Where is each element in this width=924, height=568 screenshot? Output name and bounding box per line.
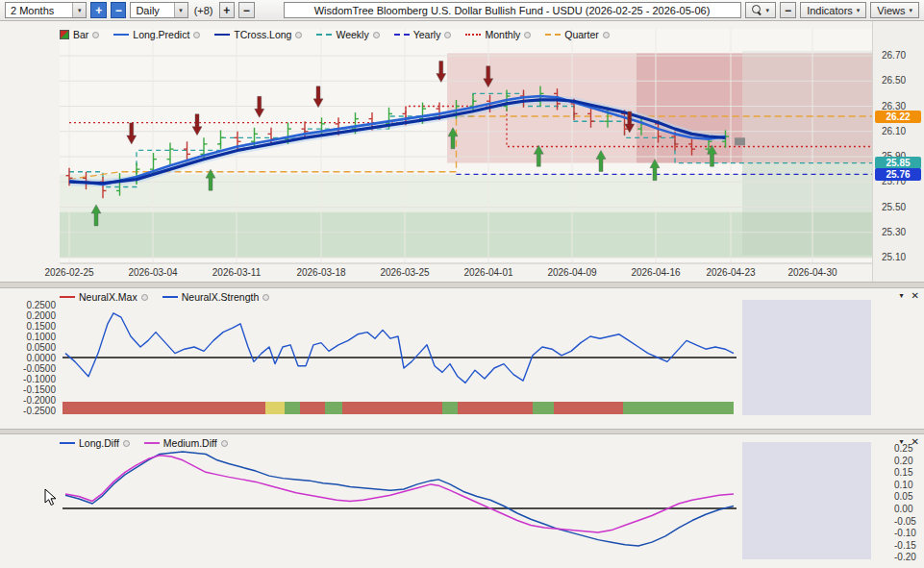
price-tick-label: 26.10: [882, 126, 906, 136]
info-dot: [444, 32, 451, 38]
search-icon: [752, 5, 762, 15]
neuralx-max-strip: [533, 402, 554, 414]
diff-legend: Long.DiffMedium.Diff: [60, 437, 228, 449]
legend-main-label-long-predict: Long.Predict: [133, 29, 189, 40]
diff-tick-label: 0.00: [894, 504, 924, 514]
info-dot: [141, 294, 148, 301]
chevron-down-icon: ▾: [174, 3, 187, 17]
price-axis: 26.7026.5026.3026.1025.9025.7025.5025.30…: [872, 21, 924, 282]
diff-panel-controls: ▾ ✕: [900, 436, 919, 447]
chevron-down-icon: ▾: [910, 7, 913, 14]
neuralx-max-strip: [623, 402, 734, 414]
date-axis: 2026-02-252026-03-042026-03-112026-03-18…: [0, 267, 873, 281]
diff-tick-label: 0.20: [894, 456, 924, 466]
search-button[interactable]: ▾: [745, 2, 777, 18]
legend-main-item-quarter[interactable]: Quarter: [545, 29, 610, 40]
weekly-line-icon: [316, 34, 332, 36]
neuralx-max-strip: [342, 402, 442, 414]
toolbar: 2 Months ▾ + − Daily ▾ (+8) + − WisdomTr…: [0, 0, 924, 21]
date-tick-label: 2026-03-25: [380, 267, 429, 278]
diff-tick-label: 0.15: [894, 467, 924, 478]
neuralx-max-strip: [458, 402, 533, 414]
views-label: Views: [877, 5, 905, 16]
legend-main-item-tcross-long[interactable]: TCross.Long: [214, 29, 302, 40]
legend-main-item-weekly[interactable]: Weekly: [316, 29, 379, 40]
diff-tick-label: -0.10: [894, 528, 924, 538]
info-dot: [92, 32, 99, 38]
neuralx-panel-controls: ▾ ✕: [900, 290, 919, 301]
neuralx-max-strip: [300, 402, 325, 414]
panel-splitter[interactable]: [0, 282, 924, 288]
legend-main-item-long-predict[interactable]: Long.Predict: [113, 29, 200, 40]
close-panel-icon[interactable]: ✕: [912, 436, 919, 447]
long-diff-line-icon: [60, 442, 75, 444]
period-zoom-in-button[interactable]: +: [90, 2, 107, 18]
close-panel-icon[interactable]: ✕: [912, 290, 919, 301]
neuralx-max-strip: [285, 402, 300, 414]
bars-plus-button[interactable]: +: [219, 2, 236, 18]
legend-p2-label-neuralx-max: NeuralX.Max: [79, 291, 137, 303]
bar-icon: [60, 30, 69, 39]
legend-main-item-monthly[interactable]: Monthly: [465, 29, 531, 40]
legend-p2-item-neuralx-max[interactable]: NeuralX.Max: [60, 291, 148, 303]
main-price-chart[interactable]: [0, 21, 924, 282]
info-dot: [603, 32, 610, 38]
chevron-down-icon: ▾: [72, 3, 86, 17]
legend-p2-item-neuralx-strength[interactable]: NeuralX.Strength: [162, 291, 270, 303]
neuralx-panel: NeuralX.MaxNeuralX.Strength ▾ ✕ 0.25000.…: [0, 288, 924, 429]
charting-app-window: 2 Months ▾ + − Daily ▾ (+8) + − WisdomTr…: [0, 0, 924, 568]
neuralx-strength-line-icon: [162, 296, 178, 298]
collapse-panel-icon[interactable]: ▾: [900, 291, 904, 300]
price-tick-label: 25.10: [882, 252, 906, 262]
neuralx-max-line-icon: [60, 296, 75, 298]
neuralx-chart[interactable]: [0, 288, 924, 429]
collapse-toolbar-button[interactable]: −: [780, 2, 796, 18]
neuralx-max-strip: [554, 402, 623, 414]
legend-main-label-yearly: Yearly: [413, 29, 441, 40]
medium-diff-line-icon: [144, 442, 160, 444]
price-tick-label: 26.70: [882, 50, 906, 61]
oscillator-tick-label: -0.2500: [13, 406, 56, 416]
info-dot: [221, 440, 228, 447]
legend-main-item-yearly[interactable]: Yearly: [394, 29, 452, 40]
bars-minus-button[interactable]: −: [238, 2, 255, 18]
info-dot: [373, 32, 380, 38]
long-predict-line-icon: [113, 34, 129, 36]
views-button[interactable]: Views ▾: [870, 2, 919, 18]
price-tick-label: 26.50: [882, 75, 906, 86]
info-dot: [295, 32, 302, 38]
legend-main-label-bar: Bar: [73, 29, 88, 40]
date-tick-label: 2026-03-18: [296, 267, 345, 278]
interval-dropdown[interactable]: Daily ▾: [130, 2, 187, 18]
period-zoom-out-button[interactable]: −: [111, 2, 127, 18]
diff-chart[interactable]: [0, 434, 924, 568]
diff-tick-label: 0.05: [894, 491, 924, 502]
yearly-line-icon: [394, 34, 410, 36]
date-tick-label: 2026-04-23: [706, 267, 755, 278]
legend-main-label-monthly: Monthly: [485, 29, 520, 40]
main-chart-legend: BarLong.PredictTCross.LongWeeklyYearlyMo…: [60, 29, 610, 40]
legend-p3-label-long-diff: Long.Diff: [79, 437, 119, 449]
legend-p3-label-medium-diff: Medium.Diff: [163, 437, 217, 449]
indicators-button[interactable]: Indicators ▾: [800, 2, 866, 18]
date-tick-label: 2026-02-25: [44, 267, 93, 278]
diff-tick-label: 0.10: [894, 480, 924, 490]
price-tick-label: 25.50: [882, 202, 906, 212]
neuralx-legend: NeuralX.MaxNeuralX.Strength: [60, 291, 269, 303]
mouse-cursor: [44, 488, 60, 507]
medium-diff-line: [65, 456, 734, 532]
oscillator-tick-label: 0.2500: [13, 300, 56, 310]
legend-main-item-bar[interactable]: Bar: [60, 29, 99, 40]
date-tick-label: 2026-04-16: [631, 267, 680, 278]
oscillator-tick-label: 0.1000: [13, 332, 56, 342]
date-tick-label: 2026-04-09: [547, 267, 596, 278]
chevron-down-icon: ▾: [766, 7, 770, 14]
period-dropdown[interactable]: 2 Months ▾: [5, 2, 87, 18]
oscillator-tick-label: 0.2000: [13, 310, 56, 321]
legend-p3-item-long-diff[interactable]: Long.Diff: [60, 437, 130, 449]
legend-p3-item-medium-diff[interactable]: Medium.Diff: [144, 437, 228, 449]
neuralx-max-strip: [265, 402, 285, 414]
oscillator-tick-label: 0.0000: [13, 353, 56, 363]
collapse-panel-icon[interactable]: ▾: [900, 437, 904, 446]
interval-value: Daily: [136, 5, 168, 16]
